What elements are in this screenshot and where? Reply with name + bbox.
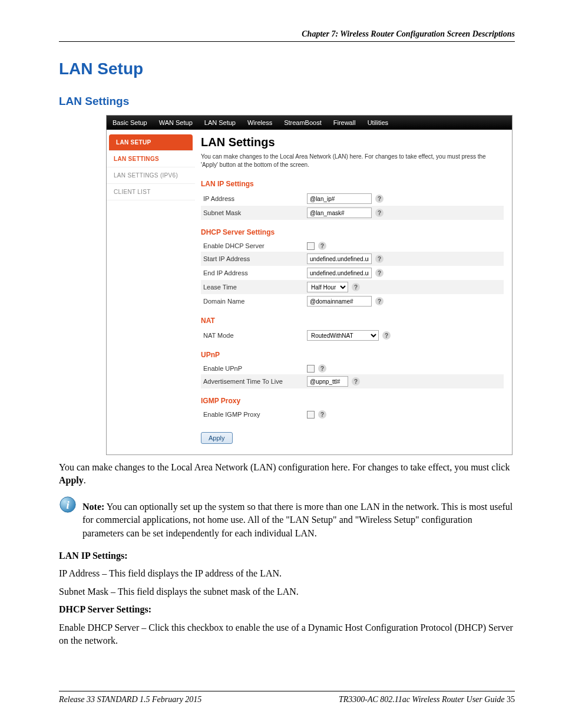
router-ui-screenshot: Basic Setup WAN Setup LAN Setup Wireless… <box>106 115 513 455</box>
note-paragraph: Note: You can optionally set up the syst… <box>82 500 515 540</box>
section-dhcp: DHCP Server Settings <box>201 228 504 236</box>
page-number: 35 <box>507 695 515 704</box>
help-icon[interactable]: ? <box>375 297 384 305</box>
start-ip-input[interactable] <box>307 253 372 264</box>
page-title: LAN Setup <box>59 60 515 78</box>
footer-right: TR3300-AC 802.11ac Wireless Router User … <box>339 695 515 704</box>
enable-upnp-checkbox[interactable] <box>307 365 315 373</box>
text: . <box>84 475 86 485</box>
apply-word: Apply <box>59 475 84 485</box>
domain-name-input[interactable] <box>307 296 372 307</box>
sidebar-item-lan-settings[interactable]: LAN SETTINGS <box>107 151 195 167</box>
section-lan-ip: LAN IP Settings <box>201 180 504 188</box>
tab-lan-setup[interactable]: LAN Setup <box>199 116 242 130</box>
help-icon[interactable]: ? <box>375 269 384 277</box>
page-footer: Release 33 STANDARD 1.5 February 2015 TR… <box>59 691 515 704</box>
label-subnet-mask: Subnet Mask <box>201 209 307 216</box>
help-icon[interactable]: ? <box>318 242 326 250</box>
info-icon: i <box>59 496 77 513</box>
label-ip-address: IP Address <box>201 195 307 202</box>
text: You can make changes to the Local Area N… <box>59 462 510 472</box>
section-upnp: UPnP <box>201 351 504 359</box>
chapter-header: Chapter 7: Wireless Router Configuration… <box>59 29 515 42</box>
help-icon[interactable]: ? <box>352 377 360 386</box>
panel-description: You can make changes to the Local Area N… <box>201 153 504 169</box>
label-enable-dhcp: Enable DHCP Server <box>201 242 307 249</box>
tab-streamboost[interactable]: StreamBoost <box>278 116 328 130</box>
enable-igmp-checkbox[interactable] <box>307 411 315 419</box>
section-nat: NAT <box>201 317 504 325</box>
section-igmp: IGMP Proxy <box>201 397 504 405</box>
help-icon[interactable]: ? <box>318 364 326 373</box>
ip-address-input[interactable] <box>307 193 372 204</box>
section-title: LAN Settings <box>59 95 515 108</box>
desc-enable-dhcp: Enable DHCP Server – Click this checkbox… <box>59 621 515 648</box>
sidebar-item-lan-setup[interactable]: LAN SETUP <box>109 134 193 151</box>
label-upnp-ttl: Advertisement Time To Live <box>201 378 307 385</box>
top-tabs: Basic Setup WAN Setup LAN Setup Wireless… <box>107 116 512 130</box>
label-enable-upnp: Enable UPnP <box>201 365 307 372</box>
label-end-ip: End IP Address <box>201 269 307 276</box>
footer-left: Release 33 STANDARD 1.5 February 2015 <box>59 695 201 704</box>
tab-utilities[interactable]: Utilities <box>362 116 394 130</box>
nat-mode-select[interactable]: RoutedWithNAT <box>307 330 379 341</box>
upnp-ttl-input[interactable] <box>307 376 348 387</box>
tab-basic-setup[interactable]: Basic Setup <box>107 116 153 130</box>
help-icon[interactable]: ? <box>318 410 326 419</box>
help-icon[interactable]: ? <box>382 331 391 340</box>
label-start-ip: Start IP Address <box>201 255 307 262</box>
note-label: Note: <box>82 502 104 512</box>
subnet-mask-input[interactable] <box>307 207 372 218</box>
desc-subnet-mask: Subnet Mask – This field displays the su… <box>59 585 515 598</box>
note-text: You can optionally set up the system so … <box>82 502 513 538</box>
label-lease-time: Lease Time <box>201 284 307 291</box>
label-enable-igmp: Enable IGMP Proxy <box>201 411 307 418</box>
lease-time-select[interactable]: Half Hour <box>307 282 348 292</box>
footer-guide-name: TR3300-AC 802.11ac Wireless Router User … <box>339 695 507 704</box>
tab-wireless[interactable]: Wireless <box>242 116 278 130</box>
intro-paragraph: You can make changes to the Local Area N… <box>59 461 515 487</box>
apply-button[interactable]: Apply <box>201 432 233 444</box>
end-ip-input[interactable] <box>307 268 372 278</box>
panel-title: LAN Settings <box>201 136 504 149</box>
help-icon[interactable]: ? <box>375 209 384 217</box>
tab-firewall[interactable]: Firewall <box>328 116 362 130</box>
tab-wan-setup[interactable]: WAN Setup <box>153 116 199 130</box>
label-domain-name: Domain Name <box>201 298 307 305</box>
sidebar-item-client-list[interactable]: CLIENT LIST <box>107 184 195 200</box>
enable-dhcp-checkbox[interactable] <box>307 242 315 250</box>
sidebar: LAN SETUP LAN SETTINGS LAN SETTINGS (IPV… <box>107 130 195 454</box>
sidebar-item-lan-settings-ipv6[interactable]: LAN SETTINGS (IPV6) <box>107 167 195 184</box>
subhead-dhcp: DHCP Server Settings: <box>59 603 515 616</box>
label-nat-mode: NAT Mode <box>201 332 307 339</box>
help-icon[interactable]: ? <box>375 255 384 263</box>
help-icon[interactable]: ? <box>352 283 360 291</box>
subhead-lan-ip: LAN IP Settings: <box>59 549 515 562</box>
svg-text:i: i <box>66 498 70 510</box>
help-icon[interactable]: ? <box>375 195 384 203</box>
desc-ip-address: IP Address – This field displays the IP … <box>59 567 515 580</box>
